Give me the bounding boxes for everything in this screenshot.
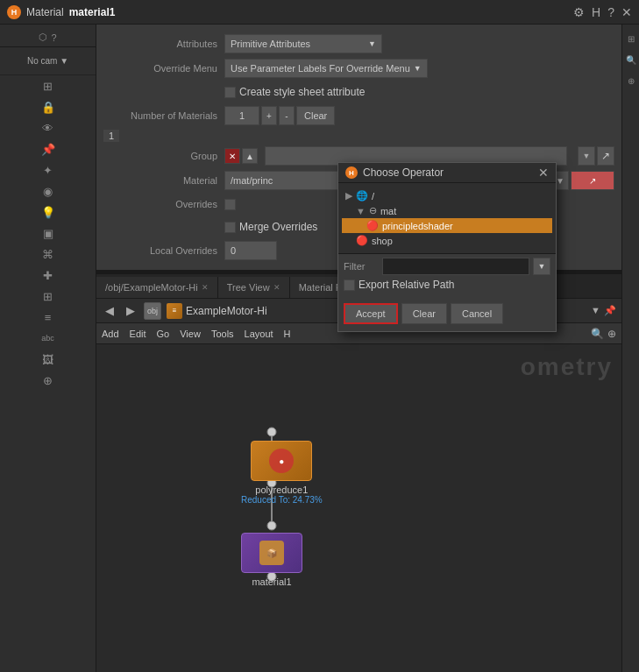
tree-item-mat-icon: ⊖ bbox=[369, 205, 377, 216]
dialog-title-bar: H Choose Operator ✕ bbox=[338, 163, 556, 183]
export-row: Export Relative Path bbox=[344, 279, 550, 291]
dialog-title: Choose Operator bbox=[363, 166, 533, 179]
tree-item-mat-label: mat bbox=[380, 206, 396, 216]
choose-operator-dialog: H Choose Operator ✕ ▶ 🌐 / ▼ ⊖ mat 🔴 prin… bbox=[337, 162, 557, 332]
tree-item-mat[interactable]: ▼ ⊖ mat bbox=[342, 203, 552, 218]
tree-item-root-label: / bbox=[372, 191, 374, 202]
export-relative-checkbox[interactable] bbox=[344, 279, 355, 291]
dialog-houdini-logo: H bbox=[345, 166, 358, 179]
tree-item-root[interactable]: ▶ 🌐 / bbox=[342, 188, 552, 203]
dialog-overlay: H Choose Operator ✕ ▶ 🌐 / ▼ ⊖ mat 🔴 prin… bbox=[0, 0, 639, 672]
tree-item-ps-label: principledshader bbox=[382, 221, 453, 231]
tree-item-shop[interactable]: 🔴 shop bbox=[342, 233, 552, 248]
filter-row: Filter ▼ bbox=[344, 258, 550, 275]
dialog-buttons: Accept Clear Cancel bbox=[338, 300, 556, 331]
dialog-accept-button[interactable]: Accept bbox=[344, 303, 398, 324]
tree-item-shop-icon: 🔴 bbox=[356, 235, 368, 246]
filter-dropdown-button[interactable]: ▼ bbox=[533, 258, 550, 275]
filter-input[interactable] bbox=[382, 258, 529, 275]
filter-section: Filter ▼ Export Relative Path bbox=[338, 253, 556, 300]
tree-item-principledshader[interactable]: 🔴 principledshader bbox=[342, 218, 552, 233]
tree-item-root-icon: 🌐 bbox=[356, 190, 368, 202]
tree-item-mat-arrow-icon: ▼ bbox=[356, 206, 366, 216]
tree-item-root-arrow-icon: ▶ bbox=[345, 190, 352, 202]
dialog-cancel-button[interactable]: Cancel bbox=[451, 303, 503, 324]
tree-item-shop-label: shop bbox=[372, 236, 393, 246]
dialog-clear-button[interactable]: Clear bbox=[401, 303, 447, 324]
dialog-close-button[interactable]: ✕ bbox=[538, 166, 549, 179]
dialog-tree: ▶ 🌐 / ▼ ⊖ mat 🔴 principledshader 🔴 shop bbox=[338, 183, 556, 253]
filter-label: Filter bbox=[344, 261, 379, 272]
export-relative-label: Export Relative Path bbox=[359, 279, 454, 291]
tree-item-ps-icon: 🔴 bbox=[366, 220, 379, 231]
